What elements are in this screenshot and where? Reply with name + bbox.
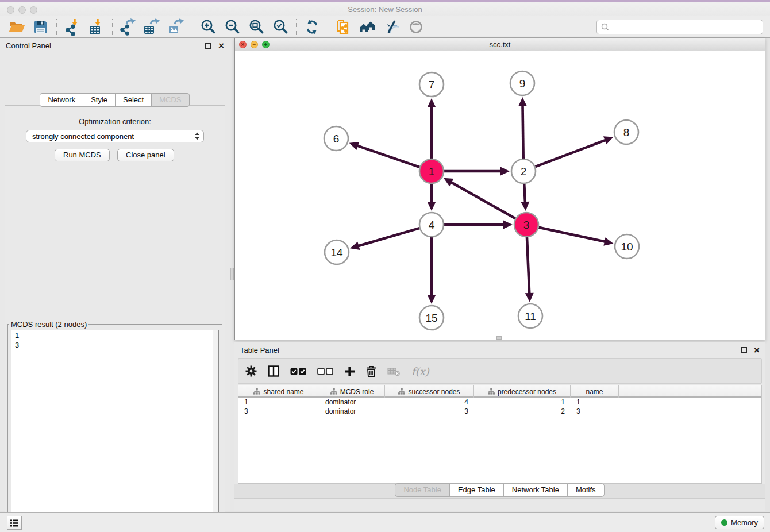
- network-resize-handle[interactable]: [496, 336, 502, 340]
- import-table-button[interactable]: [84, 18, 109, 36]
- node-label-14: 14: [330, 246, 343, 259]
- zoom-in-button[interactable]: [196, 18, 220, 36]
- houses-icon: [359, 18, 377, 36]
- edge-2-8[interactable]: [536, 140, 607, 167]
- result-scrollbar[interactable]: [213, 330, 218, 532]
- tab-select[interactable]: Select: [115, 93, 152, 107]
- export-image-button[interactable]: [164, 18, 188, 36]
- cell-successor-nodes[interactable]: 3: [385, 407, 474, 416]
- column-label: name: [586, 388, 603, 396]
- edge-3-1[interactable]: [449, 182, 515, 219]
- cell-MCDS-role[interactable]: dominator: [319, 407, 385, 416]
- export-table-icon: [144, 18, 161, 36]
- table-row[interactable]: 1dominator411: [238, 398, 761, 407]
- tab-network-table[interactable]: Network Table: [503, 483, 568, 497]
- edge-2-3[interactable]: [524, 184, 525, 204]
- column-header-predecessor-nodes[interactable]: predecessor nodes: [474, 385, 571, 398]
- tab-network[interactable]: Network: [40, 93, 83, 107]
- node-table-body: 1dominator4113dominator323: [238, 398, 761, 416]
- zoom-selected-button[interactable]: [268, 18, 292, 36]
- close-panel-button[interactable]: Close panel: [117, 149, 174, 161]
- search-input[interactable]: [610, 21, 763, 33]
- cell-predecessor-nodes[interactable]: 2: [474, 407, 571, 416]
- node-label-10: 10: [621, 241, 633, 253]
- window-title: Session: New Session: [0, 5, 770, 14]
- table-row[interactable]: 3dominator323: [238, 407, 761, 416]
- cell-name[interactable]: 3: [571, 407, 619, 416]
- close-table-panel-icon[interactable]: ×: [754, 347, 760, 353]
- edge-1-6[interactable]: [356, 145, 419, 167]
- refresh-view-button[interactable]: [300, 18, 324, 36]
- export-network-button[interactable]: [116, 18, 140, 36]
- result-item[interactable]: 3: [11, 340, 218, 350]
- houses-button[interactable]: [356, 18, 380, 36]
- cell-shared-name[interactable]: 3: [238, 407, 319, 416]
- edge-4-14[interactable]: [357, 228, 419, 246]
- mcds-result-list[interactable]: 13: [11, 330, 219, 532]
- function-builder-button[interactable]: f(x): [411, 365, 429, 377]
- tab-node-table[interactable]: Node Table: [395, 483, 450, 497]
- edge-3-11[interactable]: [527, 237, 529, 295]
- network-canvas[interactable]: 1234678910111415: [235, 51, 765, 340]
- search-box[interactable]: [596, 20, 763, 34]
- zoom-out-button[interactable]: [220, 18, 244, 36]
- zoom-fit-button[interactable]: [244, 18, 268, 36]
- tab-motifs[interactable]: Motifs: [567, 483, 605, 497]
- deselect-all-columns-button[interactable]: [317, 368, 333, 375]
- table-panel-title: Table Panel: [240, 346, 279, 354]
- float-table-panel-icon[interactable]: [741, 347, 747, 353]
- window-titlebar: Session: New Session: [0, 0, 770, 16]
- float-panel-icon[interactable]: [205, 43, 211, 49]
- column-header-name[interactable]: name: [571, 385, 619, 398]
- column-type-icon: [253, 388, 260, 395]
- close-panel-icon[interactable]: ×: [218, 43, 224, 49]
- node-table[interactable]: shared nameMCDS rolesuccessor nodesprede…: [238, 385, 762, 484]
- node-label-3: 3: [523, 219, 530, 231]
- arrowhead-2-9: [518, 97, 527, 106]
- memory-button[interactable]: Memory: [715, 516, 764, 529]
- show-details-button[interactable]: [404, 18, 428, 36]
- panel-divider[interactable]: [230, 38, 234, 511]
- cell-name[interactable]: 1: [571, 398, 619, 407]
- network-graph[interactable]: 1234678910111415: [235, 51, 765, 340]
- show-columns-button[interactable]: [268, 365, 279, 377]
- mcds-result-title: MCDS result (2 nodes): [9, 320, 88, 329]
- open-session-button[interactable]: [5, 18, 29, 36]
- cell-predecessor-nodes[interactable]: 1: [474, 398, 571, 407]
- toolbar-separator: [112, 19, 113, 35]
- add-column-button[interactable]: [344, 366, 355, 377]
- select-all-columns-button[interactable]: [290, 368, 306, 375]
- node-label-1: 1: [429, 165, 435, 178]
- cell-MCDS-role[interactable]: dominator: [319, 398, 385, 407]
- edge-3-10[interactable]: [538, 228, 606, 242]
- tab-mcds[interactable]: MCDS: [151, 93, 189, 107]
- network-from-selection-button[interactable]: [332, 18, 356, 36]
- criterion-select[interactable]: strongly connected component: [26, 130, 204, 142]
- save-session-button[interactable]: [29, 18, 53, 36]
- network-window-titlebar[interactable]: × − + scc.txt: [235, 38, 765, 51]
- settings-gear-button[interactable]: [245, 365, 257, 377]
- arrowhead-3-11: [525, 293, 534, 302]
- cell-shared-name[interactable]: 1: [238, 398, 319, 407]
- zoom-out-icon: [224, 18, 241, 36]
- column-header-successor-nodes[interactable]: successor nodes: [385, 385, 474, 398]
- divider-handle[interactable]: [230, 268, 234, 280]
- tab-style[interactable]: Style: [83, 93, 116, 107]
- hide-details-button[interactable]: [380, 18, 404, 36]
- column-header-MCDS-role[interactable]: MCDS role: [319, 385, 385, 398]
- delete-column-button[interactable]: [366, 365, 376, 377]
- cell-successor-nodes[interactable]: 4: [385, 398, 474, 407]
- result-item[interactable]: 1: [11, 330, 218, 340]
- network-window: × − + scc.txt 1234678910111415: [234, 38, 765, 340]
- import-network-button[interactable]: [60, 18, 84, 36]
- edge-2-9[interactable]: [522, 104, 523, 159]
- control-panel: Control Panel × NetworkStyleSelectMCDS O…: [0, 38, 230, 511]
- run-mcds-button[interactable]: Run MCDS: [55, 149, 110, 161]
- delete-table-button[interactable]: [387, 367, 401, 376]
- save-floppy-icon: [32, 18, 49, 36]
- column-header-shared-name[interactable]: shared name: [238, 385, 319, 398]
- column-label: MCDS role: [340, 388, 374, 396]
- task-history-button[interactable]: [7, 516, 22, 530]
- tab-edge-table[interactable]: Edge Table: [449, 483, 504, 497]
- export-table-button[interactable]: [140, 18, 164, 36]
